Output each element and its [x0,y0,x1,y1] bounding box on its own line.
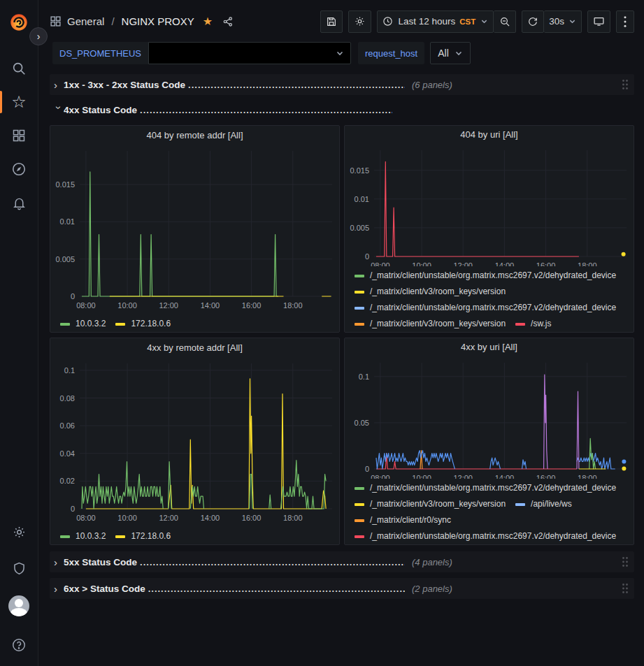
row-panel-count: (6 panels) [412,80,452,90]
starred-icon[interactable]: ☆ [5,88,33,116]
legend-label: 10.0.3.2 [76,528,106,544]
datasource-variable-value[interactable] [148,42,351,64]
chevron-right-icon: › [54,583,64,595]
legend-item[interactable]: 10.0.3.2 [60,528,106,544]
panel-title[interactable]: 4xx by uri [All] [345,338,634,356]
panel-title[interactable]: 404 by remote addr [All] [50,126,339,144]
svg-text:10:00: 10:00 [117,301,137,310]
sidebar-expand-button[interactable]: › [29,27,48,45]
breadcrumb-section[interactable]: General [67,15,104,27]
legend-item[interactable]: /_matrix/client/unstable/org.matrix.msc2… [355,268,616,284]
time-controls: Last 12 hours CST [377,10,516,33]
row-panel-count: (2 panels) [412,584,452,594]
zoom-out-time-button[interactable] [494,10,516,33]
datasource-variable-label[interactable]: DS_PROMETHEUS [52,42,148,64]
legend-swatch [115,535,125,538]
svg-text:14:00: 14:00 [495,474,515,479]
legend-label: /_matrix/client/v3/room_keys/version [370,496,506,512]
main-area: General / NGINX PROXY ★ Last 12 hours [38,0,644,666]
svg-text:14:00: 14:00 [201,301,220,310]
legend-item[interactable]: /_matrix/client/v3/room_keys/version [355,496,506,512]
drag-handle-icon[interactable] [622,556,629,567]
svg-text:0.04: 0.04 [60,449,75,458]
legend-swatch [515,503,525,506]
legend-item[interactable]: /_matrix/client/v3/room_keys/version [355,316,506,332]
svg-text:0.01: 0.01 [355,195,369,203]
panel-title[interactable]: 4xx by remote addr [All] [50,338,339,356]
legend-swatch [515,323,525,326]
legend-swatch [355,503,364,506]
grafana-logo[interactable] [5,8,33,36]
chevron-down-icon [568,17,576,25]
panel-4xx-by-uri: 4xx by uri [All] 08:0010:0012:0014:0016:… [344,338,634,545]
legend-swatch [60,323,70,326]
time-range-picker[interactable]: Last 12 hours CST [377,10,494,33]
request-host-variable-label[interactable]: request_host [358,42,424,64]
row-header-5xx[interactable]: › 5xx Status Code ......................… [50,551,634,572]
explore-icon[interactable] [5,155,33,183]
share-icon[interactable] [222,16,234,27]
legend-item[interactable]: /_matrix/client/unstable/org.matrix.msc2… [355,480,616,496]
panel-title[interactable]: 404 by uri [All] [345,126,634,143]
legend-item[interactable]: 172.18.0.6 [115,528,171,544]
legend-item[interactable]: /_matrix/client/unstable/org.matrix.msc2… [355,528,616,544]
row-header-4xx[interactable]: › 4xx Status Code ......................… [50,101,634,119]
favorite-star-icon[interactable]: ★ [203,15,213,28]
request-host-variable-value[interactable]: All [430,42,471,64]
svg-text:12:00: 12:00 [159,301,178,310]
chevron-down-icon [480,17,488,25]
breadcrumb: General / NGINX PROXY ★ [50,15,234,28]
drag-handle-icon[interactable] [622,583,629,594]
legend-label: /sw.js [531,316,551,332]
svg-text:0.015: 0.015 [350,166,369,175]
chevron-down-icon [455,49,463,57]
kebab-menu-button[interactable] [616,10,634,33]
dashboard-header: General / NGINX PROXY ★ Last 12 hours [38,0,644,36]
legend-item[interactable]: /_matrix/client/v3/room_keys/version [355,284,506,300]
row-header-6xx[interactable]: › 6xx > Status Code ....................… [50,578,634,599]
svg-text:18:00: 18:00 [283,301,303,310]
legend-label: /_matrix/client/unstable/org.matrix.msc2… [370,300,616,316]
panel-legend: 10.0.3.2172.18.0.6 [50,312,339,332]
legend-label: /_matrix/client/unstable/org.matrix.msc2… [370,528,616,544]
tv-cycle-view-button[interactable] [587,10,610,33]
legend-label: /_matrix/client/unstable/org.matrix.msc2… [370,480,616,496]
legend-swatch [355,323,364,326]
refresh-button[interactable] [522,10,544,33]
legend-item[interactable]: 10.0.3.2 [60,316,106,332]
legend-item[interactable]: /_matrix/client/r0/sync [355,512,451,528]
legend-label: /api/live/ws [531,496,572,512]
timezone-label: CST [459,17,475,26]
server-admin-icon[interactable] [5,554,33,582]
gear-icon [354,15,366,27]
configuration-icon[interactable] [5,518,33,546]
save-dashboard-button[interactable] [320,10,343,33]
leader-dots: ........................................… [140,105,392,115]
legend-item[interactable]: 172.18.0.6 [115,316,171,332]
sidebar: ☆ › [0,0,38,666]
dashboards-icon[interactable] [5,122,33,150]
legend-item[interactable]: /sw.js [515,316,551,332]
help-icon[interactable] [5,631,33,659]
svg-text:0.05: 0.05 [355,419,369,427]
svg-text:08:00: 08:00 [76,301,96,310]
legend-item[interactable]: /api/live/ws [515,496,572,512]
timeseries-chart: 08:0010:0012:0014:0016:0018:0000.0050.01… [345,143,631,266]
svg-text:0.02: 0.02 [60,477,75,485]
row-header-1xx-3xx-2xx[interactable]: › 1xx - 3xx - 2xx Status Code ..........… [50,74,634,95]
request-host-variable: request_host All [358,42,471,64]
row-title: 6xx > Status Code [64,584,145,594]
svg-text:16:00: 16:00 [536,474,556,479]
legend-label: 172.18.0.6 [131,528,171,544]
drag-handle-icon[interactable] [622,79,629,90]
refresh-controls: 30s [522,10,582,33]
dashboard-settings-button[interactable] [348,10,371,33]
legend-item[interactable]: /_matrix/client/unstable/org.matrix.msc2… [355,300,616,316]
refresh-interval-picker[interactable]: 30s [544,10,582,33]
dashboard-title[interactable]: NGINX PROXY [122,15,194,27]
search-icon[interactable] [5,55,33,82]
alerting-icon[interactable] [5,189,33,217]
profile-avatar[interactable] [5,592,33,620]
datasource-variable: DS_PROMETHEUS [52,42,351,64]
legend-label: 10.0.3.2 [76,316,106,332]
